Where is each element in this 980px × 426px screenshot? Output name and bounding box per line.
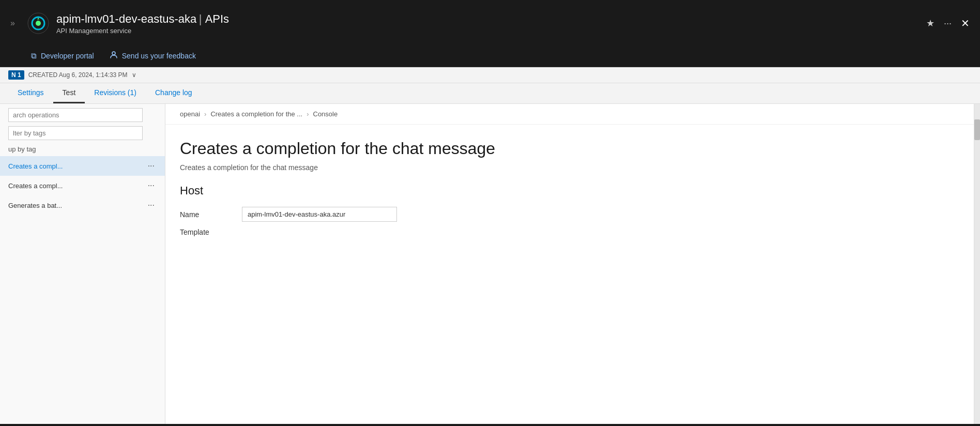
api-description: Creates a completion for the chat messag… (180, 163, 959, 172)
group-by-tag-label[interactable]: up by tag (0, 142, 165, 156)
api-title: Creates a completion for the chat messag… (180, 139, 959, 158)
close-button[interactable]: ✕ (961, 17, 970, 29)
sidebar-item-label: Generates a bat... (8, 202, 146, 209)
item-ellipsis-button[interactable]: ··· (146, 181, 157, 190)
dropdown-arrow-icon[interactable]: ∨ (132, 71, 136, 79)
main-panel: openai › Creates a completion for the ..… (165, 104, 974, 424)
main-container: N 1 CREATED Aug 6, 2024, 1:14:33 PM ∨ Se… (0, 67, 980, 424)
item-ellipsis-button[interactable]: ··· (146, 161, 157, 171)
breadcrumb-part-3: Console (313, 110, 338, 118)
more-icon: ··· (944, 18, 952, 29)
developer-portal-button[interactable]: ⧉ Developer portal (31, 49, 94, 63)
svg-point-2 (36, 21, 41, 26)
tab-test[interactable]: Test (53, 83, 85, 103)
revision-badge: N 1 (8, 70, 24, 80)
status-bar: N 1 CREATED Aug 6, 2024, 1:14:33 PM ∨ (0, 67, 980, 83)
feedback-button[interactable]: Send us your feedback (110, 49, 196, 63)
sidebar-item-label: Creates a compl... (8, 162, 146, 170)
portal-icon: ⧉ (31, 51, 37, 60)
tab-revisions[interactable]: Revisions (1) (85, 83, 146, 103)
list-item[interactable]: Creates a compl... ··· (0, 156, 165, 176)
feedback-icon (110, 51, 118, 60)
tabs-bar: Settings Test Revisions (1) Change log (0, 83, 980, 104)
title-block: apim-lmv01-dev-eastus-aka | APIs API Man… (56, 12, 229, 35)
breadcrumb-sep-2: › (307, 110, 309, 118)
content-area: up by tag Creates a compl... ··· Creates… (0, 104, 980, 424)
more-button[interactable]: ··· (944, 18, 952, 29)
breadcrumb-part-2: Creates a completion for the ... (210, 110, 302, 118)
svg-point-3 (112, 52, 115, 55)
host-section-title: Host (180, 184, 959, 197)
breadcrumb-part-1: openai (180, 110, 200, 118)
top-bar-icons: ★ ··· ✕ (926, 17, 970, 29)
scrollbar-thumb (974, 119, 980, 140)
created-text: CREATED Aug 6, 2024, 1:14:33 PM (28, 71, 128, 79)
page-subtitle: API Management service (56, 27, 229, 35)
breadcrumb-sep-1: › (204, 110, 206, 118)
sidebar: up by tag Creates a compl... ··· Creates… (0, 104, 165, 424)
toolbar: ⧉ Developer portal Send us your feedback (0, 47, 980, 67)
breadcrumb: openai › Creates a completion for the ..… (165, 104, 974, 125)
sidebar-item-label: Creates a compl... (8, 182, 146, 190)
close-icon: ✕ (961, 17, 970, 29)
name-field-row: Name (180, 207, 959, 222)
tab-settings[interactable]: Settings (8, 83, 53, 103)
page-title: apim-lmv01-dev-eastus-aka | APIs (56, 12, 229, 26)
top-bar: » apim-lmv01-dev-eastus-aka | APIs API M… (0, 0, 980, 47)
star-button[interactable]: ★ (926, 18, 935, 29)
sidebar-scroll: up by tag Creates a compl... ··· Creates… (0, 104, 165, 424)
app-logo-icon (27, 12, 49, 34)
template-field-label: Template (180, 228, 232, 236)
search-input[interactable] (8, 108, 143, 122)
name-field-label: Name (180, 210, 232, 219)
top-bar-left: » apim-lmv01-dev-eastus-aka | APIs API M… (10, 12, 229, 35)
list-item[interactable]: Generates a bat... ··· (0, 195, 165, 215)
template-field-row: Template (180, 228, 959, 236)
main-content: Creates a completion for the chat messag… (165, 125, 974, 257)
right-scrollbar[interactable] (974, 104, 980, 424)
name-field-input[interactable] (242, 207, 397, 222)
tab-changelog[interactable]: Change log (146, 83, 202, 103)
expand-button[interactable]: » (10, 19, 15, 28)
item-ellipsis-button[interactable]: ··· (146, 201, 157, 210)
list-item[interactable]: Creates a compl... ··· (0, 176, 165, 195)
star-icon: ★ (926, 18, 935, 29)
filter-input[interactable] (8, 126, 143, 140)
